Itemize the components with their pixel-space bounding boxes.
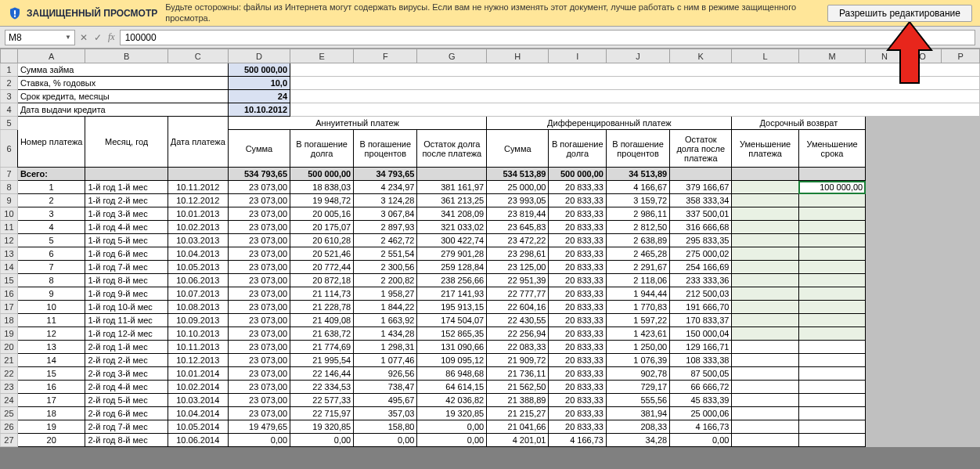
spreadsheet-grid[interactable]: ABCDEFGHIJKLMNOP 1 Сумма займа 500 000,0… bbox=[0, 49, 980, 447]
formula-input[interactable] bbox=[120, 30, 975, 45]
table-row[interactable]: 811-й год 1-й мес10.11.201223 073,0018 8… bbox=[1, 181, 980, 194]
row-header[interactable]: 1 bbox=[1, 63, 18, 77]
label-date[interactable]: Дата выдачи кредита bbox=[17, 103, 228, 117]
table-row[interactable]: 1471-й год 7-й мес10.05.201323 073,0020 … bbox=[1, 261, 980, 274]
hdr-month[interactable]: Месяц, год bbox=[85, 117, 168, 168]
hdr-early-term[interactable]: Уменьшение срока bbox=[798, 130, 865, 168]
hdr-ann-balance[interactable]: Остаток долга после платежа bbox=[417, 130, 487, 168]
hdr-group-differentiated[interactable]: Дифференцированный платеж bbox=[487, 117, 732, 130]
hdr-group-annuity[interactable]: Аннуитетный платеж bbox=[228, 117, 486, 130]
value-term[interactable]: 24 bbox=[228, 90, 290, 103]
hdr-ann-sum[interactable]: Сумма bbox=[228, 130, 290, 168]
enable-editing-button[interactable]: Разрешить редактирование bbox=[827, 5, 972, 22]
annotation-arrow-icon bbox=[886, 22, 933, 85]
hdr-diff-interest[interactable]: В погашение процентов bbox=[606, 130, 669, 168]
hdr-ann-interest[interactable]: В погашение процентов bbox=[354, 130, 417, 168]
table-row[interactable]: 21142-й год 2-й мес10.12.201323 073,0021… bbox=[1, 354, 980, 367]
formula-bar: M8 ▼ ✕ ✓ fx bbox=[0, 27, 980, 49]
value-rate[interactable]: 10,0 bbox=[228, 77, 290, 90]
table-row[interactable]: 18111-й год 11-й мес10.09.201323 073,002… bbox=[1, 314, 980, 327]
table-row[interactable]: 27202-й год 8-й мес10.06.20140,000,000,0… bbox=[1, 434, 980, 447]
hdr-early-payment[interactable]: Уменьшение платежа bbox=[732, 130, 798, 168]
banner-title: ЗАЩИЩЕННЫЙ ПРОСМОТР bbox=[27, 8, 157, 19]
name-box[interactable]: M8 ▼ bbox=[5, 30, 75, 45]
svg-rect-1 bbox=[14, 15, 16, 16]
column-headers[interactable]: ABCDEFGHIJKLMNOP bbox=[1, 49, 980, 63]
table-row[interactable]: 26192-й год 7-й мес10.05.201419 479,6519… bbox=[1, 420, 980, 434]
table-row[interactable]: 19121-й год 12-й мес10.10.201323 073,002… bbox=[1, 327, 980, 341]
fx-icon[interactable]: fx bbox=[108, 31, 115, 43]
hdr-diff-principal[interactable]: В погашение долга bbox=[549, 130, 607, 168]
hdr-group-early[interactable]: Досрочный возврат bbox=[732, 117, 866, 130]
table-row[interactable]: 1581-й год 8-й мес10.06.201323 073,0020 … bbox=[1, 274, 980, 287]
hdr-diff-balance[interactable]: Остаток долга после платежа bbox=[670, 130, 732, 168]
banner-message: Будьте осторожны: файлы из Интернета мог… bbox=[165, 2, 827, 23]
table-row[interactable]: 24172-й год 5-й мес10.03.201423 073,0022… bbox=[1, 394, 980, 407]
table-row[interactable]: 20132-й год 1-й мес10.11.201323 073,0021… bbox=[1, 341, 980, 354]
protected-view-banner: ЗАЩИЩЕННЫЙ ПРОСМОТР Будьте осторожны: фа… bbox=[0, 0, 980, 27]
label-term[interactable]: Срок кредита, месяцы bbox=[17, 90, 228, 103]
table-row[interactable]: 17101-й год 10-й мес10.08.201323 073,002… bbox=[1, 301, 980, 314]
shield-icon bbox=[8, 6, 22, 20]
table-row[interactable]: 1691-й год 9-й мес10.07.201323 073,0021 … bbox=[1, 287, 980, 301]
cancel-formula-icon[interactable]: ✕ bbox=[80, 32, 88, 43]
table-row[interactable]: 25182-й год 6-й мес10.04.201423 073,0022… bbox=[1, 407, 980, 420]
hdr-date[interactable]: Дата платежа bbox=[168, 117, 228, 168]
chevron-down-icon: ▼ bbox=[65, 34, 71, 41]
table-row[interactable]: 1361-й год 6-й мес10.04.201323 073,0020 … bbox=[1, 247, 980, 261]
value-date[interactable]: 10.10.2012 bbox=[228, 103, 290, 117]
totals-label[interactable]: Всего: bbox=[17, 168, 85, 181]
table-row[interactable]: 1141-й год 4-й мес10.02.201323 073,0020 … bbox=[1, 221, 980, 234]
sheet-area[interactable]: ABCDEFGHIJKLMNOP 1 Сумма займа 500 000,0… bbox=[0, 49, 980, 447]
hdr-ann-principal[interactable]: В погашение долга bbox=[290, 130, 354, 168]
table-row[interactable]: 1251-й год 5-й мес10.03.201323 073,0020 … bbox=[1, 234, 980, 247]
svg-rect-0 bbox=[14, 10, 16, 14]
table-row[interactable]: 23162-й год 4-й мес10.02.201423 073,0022… bbox=[1, 381, 980, 394]
accept-formula-icon[interactable]: ✓ bbox=[94, 32, 102, 43]
hdr-number[interactable]: Номер платежа bbox=[17, 117, 85, 168]
table-row[interactable]: 22152-й год 3-й мес10.01.201423 073,0022… bbox=[1, 367, 980, 381]
table-row[interactable]: 921-й год 2-й мес10.12.201223 073,0019 9… bbox=[1, 194, 980, 207]
label-loan-sum[interactable]: Сумма займа bbox=[17, 63, 228, 77]
name-box-value: M8 bbox=[9, 32, 22, 43]
label-rate[interactable]: Ставка, % годовых bbox=[17, 77, 228, 90]
table-row[interactable]: 1031-й год 3-й мес10.01.201323 073,0020 … bbox=[1, 207, 980, 221]
hdr-diff-sum[interactable]: Сумма bbox=[487, 130, 549, 168]
value-loan-sum[interactable]: 500 000,00 bbox=[228, 63, 290, 77]
